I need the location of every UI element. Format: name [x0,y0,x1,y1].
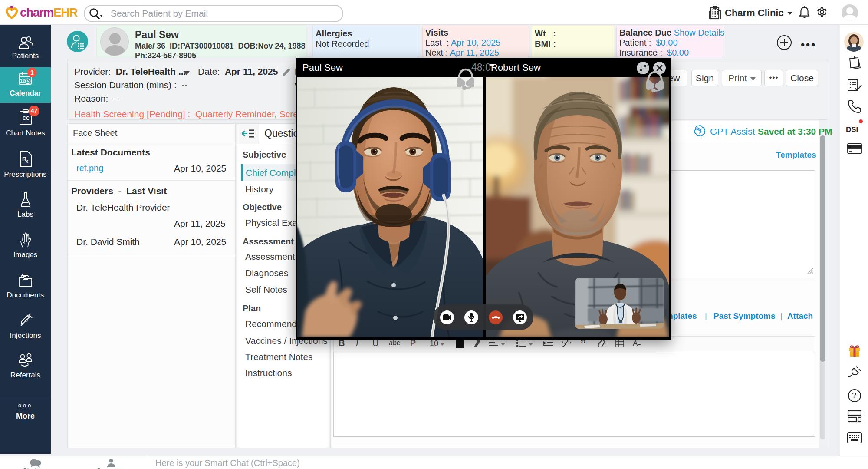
svg-text:CC: CC [23,116,30,121]
svg-text:?: ? [852,391,856,400]
svg-text:x: x [26,159,29,164]
svg-text:12: 12 [20,79,25,83]
